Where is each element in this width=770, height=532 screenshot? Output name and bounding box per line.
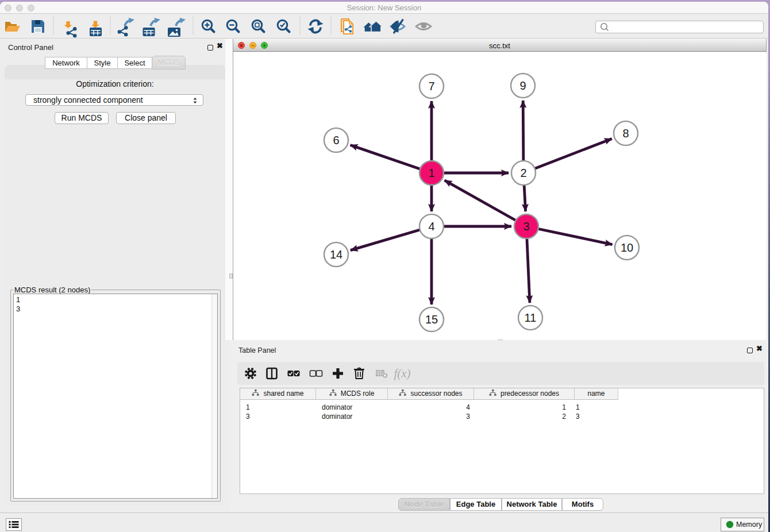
svg-text:8: 8 (622, 127, 629, 140)
svg-text:1: 1 (428, 167, 434, 179)
svg-text:2: 2 (520, 167, 526, 179)
svg-text:15: 15 (425, 313, 438, 326)
svg-text:4: 4 (428, 220, 434, 233)
svg-text:9: 9 (519, 79, 526, 92)
svg-text:6: 6 (333, 134, 339, 147)
svg-text:7: 7 (428, 80, 434, 92)
svg-text:11: 11 (525, 311, 537, 324)
svg-text:10: 10 (621, 241, 633, 254)
svg-text:14: 14 (330, 248, 342, 261)
svg-text:3: 3 (523, 220, 529, 233)
svg-text:f(x): f(x) (394, 367, 410, 380)
